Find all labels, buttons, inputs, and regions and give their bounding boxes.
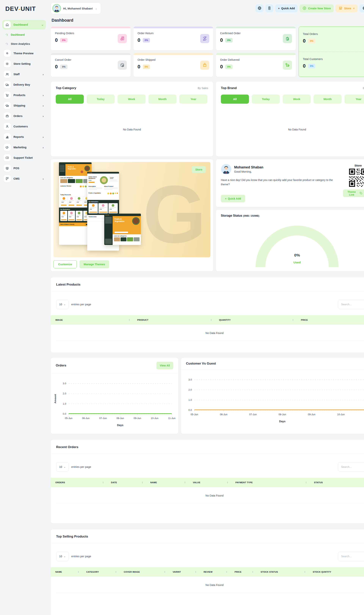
column-status[interactable]: STATUS▲▼ <box>309 478 364 487</box>
card-top-strip <box>133 27 213 28</box>
svg-text:0%: 0% <box>294 253 300 257</box>
sidebar-item-cms[interactable]: CMS› <box>2 174 46 183</box>
stat-percent-badge: 0% <box>225 65 233 69</box>
sidebar-item-dashboard[interactable]: Dashboard⌄ <box>2 20 46 29</box>
column-review[interactable]: REVIEW▲▼ <box>199 567 230 577</box>
svg-text:2.0: 2.0 <box>63 392 66 395</box>
stat-value: 0 <box>55 64 58 70</box>
stat-label: Cancel Order <box>55 58 127 61</box>
pending-icon <box>118 34 127 43</box>
column-stock-quntity[interactable]: STOCK QUNTITY▲▼ <box>308 567 364 577</box>
stat-percent-badge: 0% <box>60 38 67 42</box>
create-new-store-button[interactable]: Create New Store <box>299 4 334 12</box>
store-badge[interactable]: Store <box>192 166 206 173</box>
view-all-button[interactable]: View All <box>156 362 173 369</box>
column-product[interactable]: PRODUCT▲▼ <box>133 315 215 325</box>
language-dropdown[interactable]: EN∨ <box>359 4 364 12</box>
recent-orders-card: Recent Orders 10⌄ entries per page ORDER… <box>51 440 364 523</box>
stats-grid: Total Orders 00% Total Customers 00% Pen… <box>51 27 364 77</box>
sidebar-item-products[interactable]: Products› <box>2 90 46 100</box>
chevron-down-icon: ∨ <box>353 7 355 10</box>
sort-icon: ▲▼ <box>210 319 212 321</box>
column-cover-image[interactable]: COVER IMAGE▲▼ <box>119 567 168 577</box>
column-orders[interactable]: ORDERS▲▼ <box>51 478 106 487</box>
column-quantity[interactable]: QUANTITY▲▼ <box>215 315 297 325</box>
sidebar-item-store-setting[interactable]: Store Setting <box>2 59 46 69</box>
top-brand-filter-today[interactable]: Today <box>252 95 280 104</box>
sidebar-item-customers[interactable]: Customers <box>2 122 46 131</box>
top-category-filter-month[interactable]: Month <box>148 95 177 104</box>
sidebar-item-label: POS <box>13 167 19 170</box>
theme-discounts-title: Today Discounts <box>60 194 90 195</box>
top-category-filter-year[interactable]: Year <box>179 95 208 104</box>
pos-terminal-button[interactable] <box>265 4 273 12</box>
sidebar-item-staff[interactable]: Staff› <box>2 70 46 79</box>
column-date[interactable]: DATE▲▼ <box>106 478 146 487</box>
sidebar-item-delivery-boy[interactable]: Delivery Boy <box>2 80 46 89</box>
sidebar-subitem-store-analytics[interactable]: Store Analytics <box>2 40 46 48</box>
top-category-filter-today[interactable]: Today <box>87 95 115 104</box>
globe-button[interactable] <box>256 4 263 12</box>
staff-icon <box>4 71 11 78</box>
top-sales-row: Top Category By Sales AllTodayWeekMonthY… <box>51 82 364 156</box>
sidebar-item-pos[interactable]: POS <box>2 164 46 173</box>
svg-text:05-Jun: 05-Jun <box>65 417 72 420</box>
column-varint[interactable]: VARINT▲▼ <box>168 567 199 577</box>
column-image[interactable]: IMAGE▲▼ <box>51 315 133 325</box>
stat-value: 0 <box>55 37 58 43</box>
chevron-down-icon: ⌄ <box>41 23 44 26</box>
app-root: DEV-UNIT Dashboard⌄DashboardStore Analyt… <box>0 0 364 615</box>
customize-button[interactable]: Customize <box>53 260 77 268</box>
top-brand-filter-all[interactable]: All <box>221 95 249 104</box>
sort-icon: ▲▼ <box>184 481 186 484</box>
sort-icon: ▲▼ <box>227 481 228 484</box>
column-name[interactable]: NAME▲▼ <box>146 478 188 487</box>
top-brand-filter-month[interactable]: Month <box>313 95 342 104</box>
total-customers-percent-badge: 0% <box>308 64 315 68</box>
entries-per-page-select[interactable]: 10⌄ <box>56 552 69 561</box>
column-category[interactable]: CATEGORY▲▼ <box>82 567 119 577</box>
theme-bounty-title: Best of Nature's bounty <box>61 224 74 225</box>
entries-per-page-select[interactable]: 10⌄ <box>56 462 69 472</box>
theme-link-button[interactable]: Theme Link <box>343 190 364 197</box>
user-menu[interactable]: Hi, Mohamed Shaban! ⌄ <box>51 3 101 14</box>
brand-logo[interactable]: DEV-UNIT <box>5 5 46 12</box>
column-value[interactable]: VALUE▲▼ <box>188 478 231 487</box>
theme-link-label: Theme Link <box>345 190 358 196</box>
orders-chart-title: Orders <box>56 363 66 367</box>
sidebar-item-theme-preview[interactable]: GTheme Preview <box>2 49 46 58</box>
stat-card-cancel-order: Cancel Order00% <box>51 53 131 77</box>
store-dropdown[interactable]: Store∨ <box>336 4 358 12</box>
sidebar-item-marketing[interactable]: Marketing› <box>2 143 46 152</box>
customer-vs-guest-chart: 0.01.02.03.005-Jun06-Jun07-Jun08-Jun09-J… <box>181 369 364 434</box>
top-category-filter-week[interactable]: Week <box>117 95 146 104</box>
sidebar-item-label: Orders <box>13 114 23 118</box>
search-input[interactable] <box>338 462 364 472</box>
column-price[interactable]: PRICE▲▼ <box>296 315 364 325</box>
entries-per-page-select[interactable]: 10⌄ <box>56 300 69 309</box>
column-name[interactable]: NAME▲▼ <box>51 567 82 577</box>
top-brand-filter-year[interactable]: Year <box>344 95 364 104</box>
column-label: QUANTITY <box>219 319 231 321</box>
sidebar-item-reports[interactable]: Reports› <box>2 132 46 142</box>
top-brand-filter-week[interactable]: Week <box>283 95 311 104</box>
search-input[interactable] <box>338 552 364 561</box>
top-brand-title: Top Brand <box>221 86 237 90</box>
quick-add-button[interactable]: +Quick Add <box>275 4 298 12</box>
quick-add-button[interactable]: +Quick Add <box>221 195 245 202</box>
column-stock-status[interactable]: STOCK STATUS▲▼ <box>256 567 308 577</box>
sort-icon: ▲▼ <box>226 571 227 573</box>
top-category-panel: Top Category By Sales AllTodayWeekMonthY… <box>51 82 213 156</box>
manage-themes-button[interactable]: Manage Themes <box>79 260 109 268</box>
search-input[interactable] <box>338 300 364 309</box>
sidebar-item-shipping[interactable]: Shipping› <box>2 101 46 110</box>
stat-percent-badge: 0% <box>225 38 233 42</box>
sidebar-item-support-ticket[interactable]: Support Ticket <box>2 153 46 163</box>
column-label: IMAGE <box>55 319 63 321</box>
column-payment-type[interactable]: PAYMENT TYPE▲▼ <box>231 478 309 487</box>
top-category-filter-all[interactable]: All <box>56 95 84 104</box>
column-label: NAME <box>55 571 62 573</box>
sidebar-subitem-dashboard[interactable]: Dashboard <box>2 30 46 39</box>
sidebar-item-orders[interactable]: Orders› <box>2 111 46 121</box>
column-price[interactable]: PRICE▲▼ <box>230 567 256 577</box>
